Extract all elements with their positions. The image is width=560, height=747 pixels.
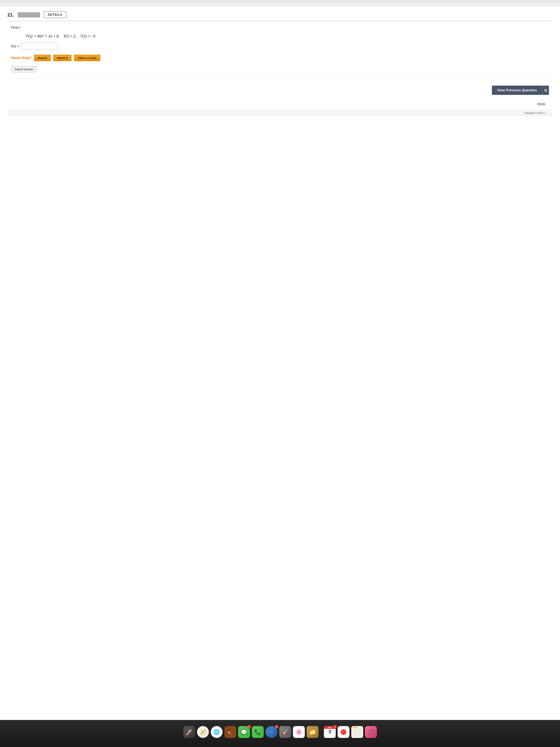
dock-item-messages[interactable]: 💬 6 (238, 726, 250, 738)
news-icon: 🦅 (224, 726, 236, 738)
dock-item-launchpad[interactable]: 🚀 (183, 726, 195, 738)
dock-item-extra[interactable]: ··· 2 (265, 726, 278, 738)
question-header: 21. DETAILS (7, 11, 553, 21)
reminders-icon: 🔴 (338, 726, 349, 738)
dock-item-news[interactable]: 🦅 (224, 726, 237, 738)
calendar-badge: 2 (333, 725, 337, 729)
submit-answer-button[interactable]: Submit Answer (11, 66, 37, 73)
browser-top-bar (0, 0, 560, 3)
need-help-label: Need Help? (11, 56, 31, 60)
phone-icon: 📞 (252, 726, 264, 738)
submit-row: Submit Answer (11, 66, 549, 73)
clock-icon: 🎸 (279, 726, 291, 738)
footer-area: Home (7, 99, 553, 109)
dock-item-chrome[interactable]: 🌐 (210, 726, 223, 738)
extra-badge: 2 (275, 725, 278, 729)
dock-item-safari[interactable]: 🧭 (197, 726, 209, 738)
dock-item-reminders[interactable]: 🔴 (337, 726, 350, 738)
fx-label: f(x) = (11, 44, 19, 48)
next-question-button[interactable]: Q (542, 85, 549, 95)
need-help-row: Need Help? Read It Watch It Talk to a Tu… (11, 55, 549, 61)
address-bar-area (0, 3, 560, 6)
chrome-icon: 🌐 (211, 726, 222, 738)
dock-item-music[interactable]: 🎵 (365, 726, 377, 738)
dock-item-phone[interactable]: 📞 (251, 726, 264, 738)
notes-icon (351, 726, 363, 738)
redacted-info (18, 12, 40, 18)
dock: 🚀 🧭 🌐 🦅 💬 6 📞 (0, 720, 560, 744)
dock-item-calendar[interactable]: AUG 3 2 (323, 726, 336, 738)
safari-icon: 🧭 (197, 726, 209, 738)
nav-row: View Previous Question Q (7, 78, 553, 99)
home-link[interactable]: Home (537, 102, 545, 105)
dock-item-photos[interactable]: 🌸 (293, 726, 305, 738)
bottom-home-bar (0, 744, 560, 747)
photos-icon: 🌸 (293, 726, 305, 738)
music-icon: 🎵 (365, 726, 377, 738)
find-f-label: Find f. (11, 26, 549, 30)
view-previous-question-button[interactable]: View Previous Question (492, 85, 542, 95)
dock-item-folder[interactable]: 📁 (306, 726, 319, 738)
main-content: 21. DETAILS Find f. f″(x) = 36x2 + 2x + … (0, 6, 560, 720)
answer-line: f(x) = (11, 43, 549, 49)
talk-to-tutor-button[interactable]: Talk to a Tutor (74, 55, 100, 61)
dock-divider (321, 726, 321, 738)
folder-icon: 📁 (307, 726, 319, 738)
calendar-day: 3 (328, 729, 331, 735)
copyright-area: Copyright © 2020 C (7, 109, 553, 117)
launchpad-icon: 🚀 (183, 726, 195, 738)
problem-body: Find f. f″(x) = 36x2 + 2x + 8, f(1) = 2,… (7, 21, 553, 78)
screen-container: 21. DETAILS Find f. f″(x) = 36x2 + 2x + … (0, 0, 560, 747)
dock-item-notes[interactable] (351, 726, 364, 738)
read-it-button[interactable]: Read It (34, 55, 51, 61)
answer-input[interactable] (21, 43, 58, 49)
details-badge: DETAILS (44, 11, 66, 18)
dock-item-clock[interactable]: 🎸 (279, 726, 292, 738)
equation-display: f″(x) = 36x2 + 2x + 8, f(1) = 2, f′(1) =… (26, 34, 549, 38)
messages-badge: 6 (247, 725, 251, 729)
watch-it-button[interactable]: Watch It (53, 55, 72, 61)
question-number: 21. (7, 12, 14, 18)
copyright-text: Copyright © 2020 C (524, 111, 545, 114)
